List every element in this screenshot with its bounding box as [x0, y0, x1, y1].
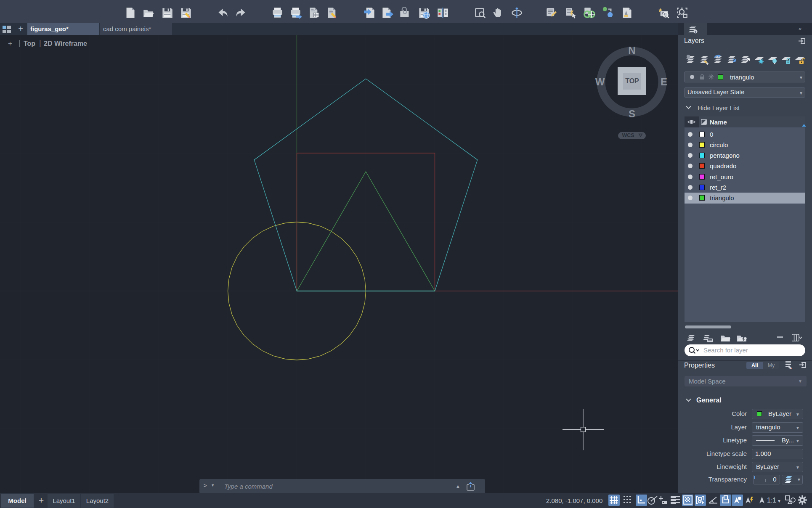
svg-text:i: i — [695, 29, 696, 34]
